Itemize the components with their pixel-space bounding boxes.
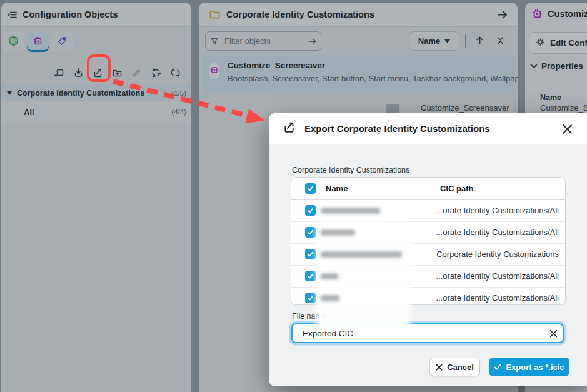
check-icon (494, 363, 501, 371)
highlight-rectangle (87, 54, 111, 82)
cic-path-cell: ...orate Identity Customizations/All (436, 271, 559, 281)
cic-path-cell: ...orate Identity Customizations/All (436, 228, 559, 237)
export-dialog: Export Corporate Identity Customizations… (269, 113, 587, 386)
export-dialog-header: Export Corporate Identity Customizations (269, 113, 587, 144)
export-icon (283, 121, 296, 136)
select-all-checkbox[interactable] (305, 183, 316, 194)
close-icon[interactable] (561, 123, 573, 134)
file-name-field (291, 323, 564, 343)
row-checkbox[interactable] (305, 249, 316, 259)
row-checkbox[interactable] (305, 271, 316, 281)
export-list-label: Corporate Identity Customizations (292, 166, 409, 174)
redacted-name (321, 208, 380, 214)
column-header-name[interactable]: Name (326, 184, 348, 193)
redacted-name (321, 251, 402, 258)
row-checkbox[interactable] (305, 205, 316, 216)
table-header-row: Name CIC path (291, 178, 565, 200)
redacted-name (321, 229, 355, 236)
table-row[interactable]: ...orate Identity Customizations/All (291, 200, 565, 221)
file-name-input[interactable] (293, 328, 544, 339)
cic-path-cell: ...orate Identity Customizations/All (436, 293, 559, 303)
app-screen: Configuration Objects (0, 0, 587, 392)
table-rows: ...orate Identity Customizations/All ...… (291, 200, 565, 309)
cic-path-cell: Corporate Identity Customizations (436, 249, 559, 259)
export-as-icic-button[interactable]: Export as *.icic (489, 358, 569, 376)
column-header-cic-path[interactable]: CIC path (440, 184, 473, 193)
row-checkbox[interactable] (305, 227, 316, 238)
x-icon (436, 364, 443, 371)
clear-input-icon[interactable] (544, 324, 563, 342)
export-objects-table: Name CIC path ...orate Identity Customiz… (291, 177, 566, 305)
row-checkbox[interactable] (305, 293, 316, 303)
cic-path-cell: ...orate Identity Customizations/All (436, 206, 559, 215)
cancel-label: Cancel (447, 363, 474, 372)
export-dialog-title: Export Corporate Identity Customizations (304, 123, 490, 134)
redacted-name (321, 273, 338, 279)
export-label: Export as *.icic (506, 363, 564, 372)
redacted-name (321, 295, 339, 301)
cancel-button[interactable]: Cancel (429, 358, 480, 376)
